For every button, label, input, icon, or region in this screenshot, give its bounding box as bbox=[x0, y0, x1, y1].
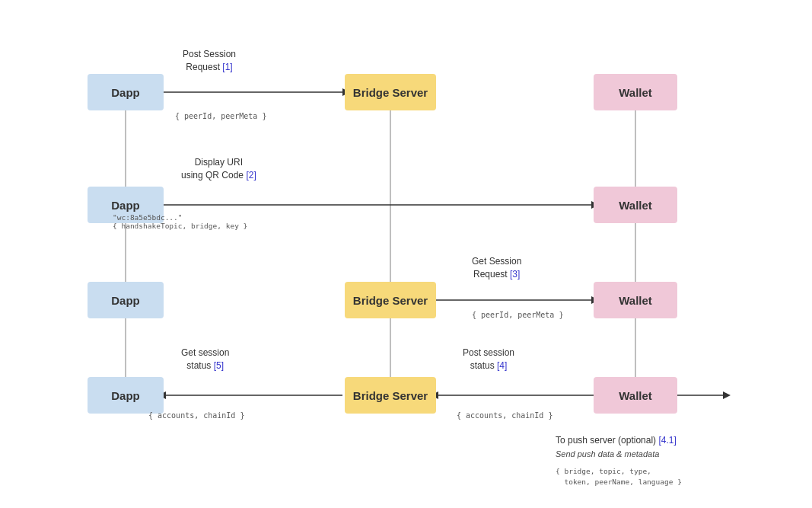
diagram: Dapp Dapp Dapp Dapp Bridge Server Bridge… bbox=[0, 0, 812, 508]
bridge-box-1: Bridge Server bbox=[345, 74, 436, 110]
label-get-session-request: Get SessionRequest [3] bbox=[472, 255, 521, 281]
bridge-box-2: Bridge Server bbox=[345, 282, 436, 318]
sub-label-2: "wc:8a5e5bdc..."{ handshakeTopic, bridge… bbox=[113, 213, 247, 230]
dapp-box-4: Dapp bbox=[88, 377, 164, 414]
dapp-box-1: Dapp bbox=[88, 74, 164, 110]
label-post-session-status: Post sessionstatus [4] bbox=[463, 347, 514, 372]
sub-label-41-code: { bridge, topic, type, token, peerName, … bbox=[556, 466, 682, 488]
sub-label-3: { peerId, peerMeta } bbox=[472, 311, 563, 319]
sub-label-41-italic: Send push data & metadata bbox=[556, 449, 659, 460]
label-post-session: Post SessionRequest [1] bbox=[183, 48, 236, 74]
wallet-box-1: Wallet bbox=[594, 74, 677, 110]
sub-label-5: { accounts, chainId } bbox=[148, 411, 244, 420]
wallet-box-4: Wallet bbox=[594, 377, 677, 414]
label-push-server: To push server (optional) [4.1] bbox=[556, 434, 677, 447]
wallet-box-3: Wallet bbox=[594, 282, 677, 318]
label-display-uri: Display URIusing QR Code [2] bbox=[181, 156, 256, 182]
sub-label-4: { accounts, chainId } bbox=[457, 411, 552, 420]
dapp-box-3: Dapp bbox=[88, 282, 164, 318]
sub-label-1: { peerId, peerMeta } bbox=[175, 112, 266, 120]
bridge-box-3: Bridge Server bbox=[345, 377, 436, 414]
label-get-session-status: Get sessionstatus [5] bbox=[181, 347, 229, 372]
wallet-box-2: Wallet bbox=[594, 187, 677, 223]
svg-marker-15 bbox=[723, 391, 731, 399]
